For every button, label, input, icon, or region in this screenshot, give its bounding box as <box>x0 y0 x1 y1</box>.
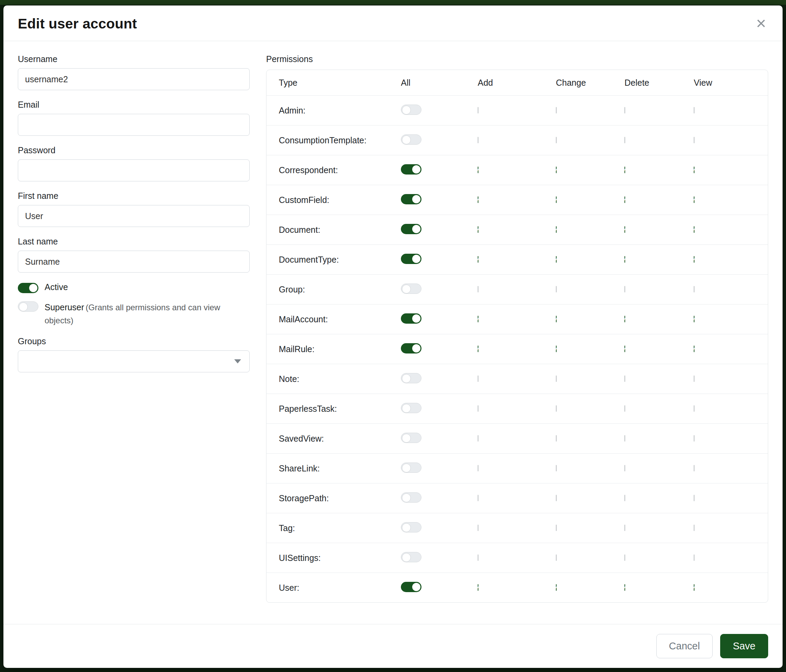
save-button[interactable]: Save <box>720 634 768 658</box>
perm-change-checkbox[interactable] <box>556 554 556 561</box>
perm-view-checkbox[interactable] <box>694 584 695 591</box>
close-icon[interactable]: × <box>754 16 768 31</box>
perm-change-checkbox[interactable] <box>556 166 556 173</box>
perm-all-toggle[interactable] <box>401 492 421 502</box>
perm-add-checkbox[interactable] <box>478 405 478 412</box>
perm-all-toggle[interactable] <box>401 522 421 532</box>
perm-change-checkbox[interactable] <box>556 465 556 471</box>
first-name-field[interactable] <box>18 205 250 227</box>
perm-view-checkbox[interactable] <box>694 465 695 471</box>
perm-add-checkbox[interactable] <box>478 495 478 501</box>
perm-all-toggle[interactable] <box>401 105 421 115</box>
perm-delete-checkbox[interactable] <box>624 465 625 471</box>
perm-view-checkbox[interactable] <box>694 345 695 352</box>
perm-add-checkbox[interactable] <box>478 554 478 561</box>
perm-delete-checkbox[interactable] <box>624 554 625 561</box>
chevron-down-icon <box>234 359 241 363</box>
perm-add-checkbox[interactable] <box>478 286 478 292</box>
perm-add-checkbox[interactable] <box>478 584 478 591</box>
perm-all-toggle[interactable] <box>401 224 421 234</box>
perm-all-toggle[interactable] <box>401 284 421 294</box>
perm-view-checkbox[interactable] <box>694 256 695 263</box>
perm-all-toggle[interactable] <box>401 433 421 443</box>
active-toggle[interactable] <box>18 283 38 293</box>
perm-change-checkbox[interactable] <box>556 375 556 382</box>
perm-add-checkbox[interactable] <box>478 465 478 471</box>
perm-change-checkbox[interactable] <box>556 524 556 531</box>
perm-all-toggle[interactable] <box>401 343 421 353</box>
perm-add-checkbox[interactable] <box>478 435 478 441</box>
perm-delete-checkbox[interactable] <box>624 495 625 501</box>
perm-all-toggle[interactable] <box>401 463 421 473</box>
perm-view-checkbox[interactable] <box>694 495 695 501</box>
perm-change-checkbox[interactable] <box>556 107 556 113</box>
perm-add-checkbox[interactable] <box>478 375 478 382</box>
perm-delete-checkbox[interactable] <box>624 256 625 263</box>
cancel-button[interactable]: Cancel <box>656 634 713 658</box>
perm-change-checkbox[interactable] <box>556 196 556 203</box>
perm-delete-checkbox[interactable] <box>624 524 625 531</box>
perm-add-checkbox[interactable] <box>478 166 478 173</box>
perm-add-checkbox[interactable] <box>478 107 478 113</box>
perm-delete-checkbox[interactable] <box>624 375 625 382</box>
perm-delete-checkbox[interactable] <box>624 226 625 233</box>
perm-change-checkbox[interactable] <box>556 286 556 292</box>
perm-change-checkbox[interactable] <box>556 256 556 263</box>
superuser-toggle[interactable] <box>18 301 38 312</box>
perm-view-checkbox[interactable] <box>694 166 695 173</box>
username-input[interactable] <box>18 68 250 90</box>
perm-view-checkbox[interactable] <box>694 286 695 292</box>
last-name-field[interactable] <box>18 251 250 273</box>
password-field[interactable] <box>18 159 250 181</box>
perm-change-checkbox[interactable] <box>556 137 556 143</box>
perm-add-checkbox[interactable] <box>478 137 478 143</box>
perm-delete-checkbox[interactable] <box>624 435 625 441</box>
perm-change-checkbox[interactable] <box>556 435 556 441</box>
perm-delete-checkbox[interactable] <box>624 345 625 352</box>
perm-add-checkbox[interactable] <box>478 316 478 322</box>
perm-delete-checkbox[interactable] <box>624 166 625 173</box>
perm-delete-checkbox[interactable] <box>624 286 625 292</box>
perm-change-checkbox[interactable] <box>556 316 556 322</box>
perm-type-label: Note: <box>279 374 401 384</box>
perm-add-checkbox[interactable] <box>478 345 478 352</box>
perm-all-toggle[interactable] <box>401 403 421 413</box>
perm-all-toggle[interactable] <box>401 373 421 383</box>
perm-delete-checkbox[interactable] <box>624 316 625 322</box>
perm-all-toggle[interactable] <box>401 552 421 562</box>
perm-view-checkbox[interactable] <box>694 405 695 412</box>
perm-delete-checkbox[interactable] <box>624 107 625 113</box>
perm-view-checkbox[interactable] <box>694 435 695 441</box>
perm-view-checkbox[interactable] <box>694 375 695 382</box>
perm-view-checkbox[interactable] <box>694 554 695 561</box>
perm-view-checkbox[interactable] <box>694 226 695 233</box>
groups-select[interactable] <box>18 350 250 372</box>
perm-delete-checkbox[interactable] <box>624 137 625 143</box>
perm-view-checkbox[interactable] <box>694 137 695 143</box>
perm-add-checkbox[interactable] <box>478 256 478 263</box>
perm-delete-checkbox[interactable] <box>624 405 625 412</box>
perm-all-toggle[interactable] <box>401 582 421 592</box>
email-field[interactable] <box>18 114 250 136</box>
perm-all-toggle[interactable] <box>401 194 421 204</box>
perm-view-checkbox[interactable] <box>694 524 695 531</box>
perm-change-checkbox[interactable] <box>556 405 556 412</box>
perm-change-checkbox[interactable] <box>556 495 556 501</box>
perm-view-checkbox[interactable] <box>694 107 695 113</box>
perm-all-toggle[interactable] <box>401 164 421 174</box>
perm-all-toggle[interactable] <box>401 313 421 323</box>
perm-change-checkbox[interactable] <box>556 345 556 352</box>
table-row: MailAccount: <box>266 304 768 334</box>
perm-view-checkbox[interactable] <box>694 196 695 203</box>
perm-change-checkbox[interactable] <box>556 226 556 233</box>
perm-view-checkbox[interactable] <box>694 316 695 322</box>
perm-all-toggle[interactable] <box>401 254 421 264</box>
perm-add-checkbox[interactable] <box>478 196 478 203</box>
perm-add-checkbox[interactable] <box>478 226 478 233</box>
perm-delete-checkbox[interactable] <box>624 196 625 203</box>
permissions-rows: Admin: ConsumptionTemplate: Corresponden… <box>266 95 768 602</box>
perm-add-checkbox[interactable] <box>478 524 478 531</box>
perm-change-checkbox[interactable] <box>556 584 556 591</box>
perm-delete-checkbox[interactable] <box>624 584 625 591</box>
perm-all-toggle[interactable] <box>401 134 421 145</box>
